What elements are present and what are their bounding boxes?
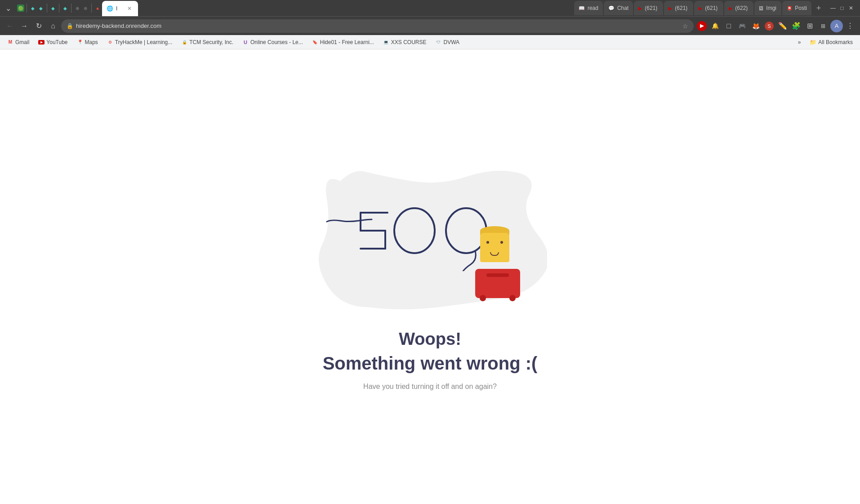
close-button[interactable]: ✕ [847,4,855,12]
tab-title: I [116,5,123,12]
profile-avatar[interactable]: A [830,20,843,32]
tcm-favicon: 🔒 [181,39,187,45]
courses-favicon: U [242,39,249,45]
bread-body [480,233,509,262]
forward-button[interactable]: → [18,20,31,32]
ext-icon-6[interactable]: ⊕ [74,4,81,12]
gmail-favicon: M [7,39,13,45]
tab-title-imgr: Imgi [766,5,777,11]
folder-icon: 📁 [810,39,816,45]
tab-title-post: Posti [795,5,807,11]
bookmark-courses-label: Online Courses - Le... [250,39,303,45]
error-title: Woops! [399,330,461,349]
tab-favicon-yt1: ▶ [638,6,642,11]
bookmarks-more: » 📁 All Bookmarks [794,37,856,47]
tab-title-yt4: (622) [735,5,749,11]
security-icon: 🔒 [67,23,73,29]
bread-mouth [490,252,499,256]
bookmark-tryhackme-label: TryHackMe | Learning... [115,39,172,45]
tab-read[interactable]: 📖 read [574,1,603,15]
bookmark-tcm[interactable]: 🔒 TCM Security, Inc. [178,37,237,47]
ext-icon-8[interactable]: 🔺 [94,4,101,12]
page-content: Woops! Something went wrong :( Have you … [0,49,860,504]
bookmark-gmail[interactable]: M Gmail [4,37,33,47]
tab-title-yt1: (621) [645,5,659,11]
error-illustration [313,163,547,312]
toast-bread [480,233,509,262]
tab-active[interactable]: 🌐 I ✕ [102,1,138,16]
minimize-button[interactable]: — [829,4,837,12]
xxs-favicon: 💻 [383,39,389,45]
bookmark-star-icon[interactable]: ☆ [682,22,688,30]
home-button[interactable]: ⌂ [47,20,59,32]
toaster-body [475,269,520,298]
tab-favicon-yt2: ▶ [668,6,672,11]
tryhackme-favicon: ⚙ [107,39,113,45]
maximize-button[interactable]: □ [838,4,846,12]
bookmark-maps[interactable]: 📍 Maps [73,37,102,47]
ext-icon-5[interactable]: ◆ [62,4,69,12]
bookmarks-more-button[interactable]: » [794,37,805,47]
all-bookmarks-button[interactable]: 📁 All Bookmarks [806,37,856,47]
bookmarks-bar: M Gmail ▶ YouTube 📍 Maps ⚙ TryHackMe | L… [0,35,860,49]
bookmark-hide01[interactable]: 🔖 Hide01 - Free Learni... [308,37,378,47]
tab-close-button[interactable]: ✕ [125,4,134,13]
extension-icons-group: 🟢 ◆ ◆ ◆ ◆ ⊕ ⊛ 🔺 [17,4,101,13]
tab-imgr[interactable]: 🖼 Imgi [754,1,781,15]
ext-icon-1[interactable]: 🟢 [17,4,24,12]
toolbar-ext-puzzle[interactable]: 🧩 [790,20,802,32]
refresh-button[interactable]: ↻ [32,20,45,32]
bookmark-xxs-label: XXS COURSE [391,39,427,45]
tab-favicon-read: 📖 [579,5,585,11]
toolbar-ext-4[interactable]: 🦊 [749,20,762,32]
toaster-slot [486,273,509,277]
tab-title-read: read [588,5,598,11]
toolbar-ext-6[interactable]: ⊞ [817,20,829,32]
toolbar-ext-5[interactable]: S [763,20,775,32]
bookmark-youtube[interactable]: ▶ YouTube [35,37,71,47]
error-subtitle: Something went wrong :( [323,353,538,374]
address-bar[interactable]: 🔒 hiredemy-backend.onrender.com ☆ [61,19,694,33]
bookmark-courses[interactable]: U Online Courses - Le... [239,37,307,47]
tab-yt2[interactable]: ▶ (621) [664,1,693,15]
dvwa-favicon: 🛡 [436,39,442,45]
ext-icon-2[interactable]: ◆ [29,4,36,12]
tab-scroll-left[interactable]: ⌄ [2,2,14,14]
toolbar-ext-3[interactable]: 🎮 [736,20,749,32]
toolbar-ext-pencil[interactable]: ✏️ [776,20,789,32]
tabs-container: 🌐 I ✕ [102,0,573,16]
menu-icon[interactable]: ⋮ [844,20,856,32]
bread-eye-left [486,241,489,244]
tab-favicon-post: 📮 [787,6,792,11]
youtube-toolbar-icon[interactable]: ▶ [695,20,708,32]
bread-eye-right [500,241,503,244]
bookmark-maps-label: Maps [85,39,98,45]
url-text: hiredemy-backend.onrender.com [76,22,680,29]
bookmark-xxs[interactable]: 💻 XXS COURSE [379,37,430,47]
address-bar-row: ← → ↻ ⌂ 🔒 hiredemy-backend.onrender.com … [0,16,860,35]
ext-icon-7[interactable]: ⊛ [82,4,89,12]
tab-yt3[interactable]: ▶ (621) [694,1,723,15]
tab-post[interactable]: 📮 Posti [782,1,811,15]
toaster-container [475,269,520,298]
tab-yt1[interactable]: ▶ (621) [634,1,663,15]
toolbar-save-icon[interactable]: ⊞ [803,20,816,32]
bookmark-dvwa[interactable]: 🛡 DVWA [432,37,463,47]
browser-chrome: ⌄ 🟢 ◆ ◆ ◆ ◆ ⊕ ⊛ 🔺 🌐 I ✕ [0,0,860,49]
toolbar-ext-1[interactable]: 🔔 [709,20,722,32]
tab-favicon-yt3: ▶ [699,6,702,11]
toolbar-icons: ▶ 🔔 □ 🎮 🦊 S ✏️ 🧩 ⊞ ⊞ A ⋮ [695,20,856,32]
youtube-icon-badge: ▶ [697,21,707,31]
bookmark-youtube-label: YouTube [46,39,67,45]
ext-icon-4[interactable]: ◆ [49,4,57,12]
tab-favicon: 🌐 [107,5,113,12]
tab-yt4[interactable]: ▶ (622) [724,1,753,15]
new-tab-button[interactable]: + [812,2,825,14]
tab-favicon-chat: 💬 [608,5,615,11]
tab-chat[interactable]: 💬 Chat [604,1,633,15]
back-button[interactable]: ← [4,20,16,32]
tab-title-yt2: (621) [675,5,689,11]
ext-icon-3[interactable]: ◆ [37,4,45,12]
toolbar-ext-2[interactable]: □ [722,20,735,32]
bookmark-tryhackme[interactable]: ⚙ TryHackMe | Learning... [103,37,176,47]
